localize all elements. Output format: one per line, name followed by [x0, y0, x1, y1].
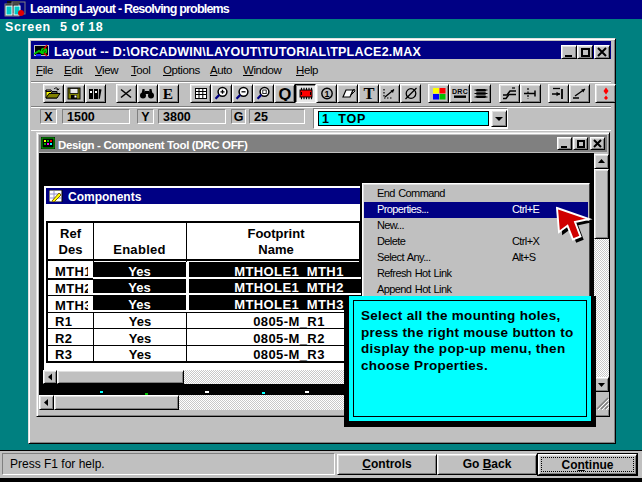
- svg-text:T: T: [363, 86, 374, 101]
- svg-text:Q: Q: [278, 86, 291, 101]
- svg-text:DRC: DRC: [451, 88, 467, 95]
- svg-text:E: E: [163, 86, 173, 101]
- svg-text:1: 1: [324, 89, 329, 99]
